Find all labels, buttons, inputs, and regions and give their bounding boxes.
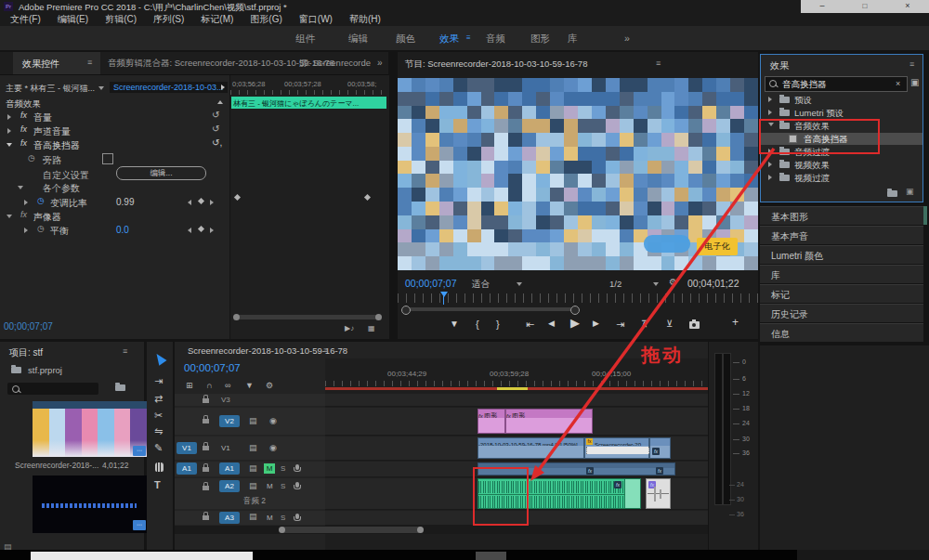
workspace-overflow-chevron[interactable]: » <box>624 33 630 44</box>
effects-tree-folder-预设[interactable]: 预设 <box>761 94 922 106</box>
add-marker-button[interactable]: ▼ <box>450 319 459 329</box>
solo-button[interactable]: S <box>281 482 285 490</box>
track-v2-button[interactable]: V2 <box>219 415 240 427</box>
scrollbar-handle-right-circle[interactable] <box>417 527 424 533</box>
graphic-clip-2[interactable]: fx 图形 <box>505 409 593 434</box>
track-a3-button[interactable]: A3 <box>219 512 240 524</box>
video-clip-1[interactable]: -2018-10-03-10-59-16-78.mp4 [V] [50%] <box>478 437 584 459</box>
tab-effect-controls[interactable]: 效果控件 ≡ <box>13 52 100 74</box>
mini-scrollbar-handle-left[interactable] <box>233 314 240 320</box>
step-back-button[interactable]: ◀ <box>548 319 555 328</box>
snap-toggle-icon[interactable]: ∩ <box>206 381 212 390</box>
track-a2-button[interactable]: A2 <box>219 480 240 492</box>
chevron-right-icon[interactable] <box>768 162 772 167</box>
track-a1-button[interactable]: A1 <box>219 462 240 475</box>
volume-reset-icon[interactable]: ↺ <box>212 110 219 120</box>
panel-header-历史记录[interactable]: 历史记录 <box>760 304 923 322</box>
scrollbar-handle[interactable] <box>281 527 423 533</box>
prev-keyframe-icon[interactable] <box>188 200 191 205</box>
keyframe-icon-right[interactable] <box>364 194 371 201</box>
workspace-tab-menu-icon[interactable]: ≡ <box>466 33 471 42</box>
project-tab-label[interactable]: 项目: stf <box>9 346 43 359</box>
ripple-edit-tool[interactable]: ⇄ <box>154 393 163 405</box>
lock-icon[interactable] <box>203 515 209 520</box>
zoom-bar[interactable] <box>406 307 573 311</box>
balance-value[interactable]: 0.0 <box>116 225 129 235</box>
timeline-timecode[interactable]: 00;00;07;07 <box>184 362 241 373</box>
project-item-thumbnail[interactable] <box>33 401 147 457</box>
delete-bin-icon[interactable]: ▣ <box>906 187 914 196</box>
bypass-checkbox[interactable] <box>102 153 113 164</box>
mute-button[interactable]: M <box>267 482 273 490</box>
panel-menu-icon[interactable]: ≡ <box>87 58 92 67</box>
project-item2-thumbnail[interactable]: ⋯ <box>33 475 147 533</box>
lift-button[interactable]: ⊼ <box>641 319 648 329</box>
lock-icon[interactable] <box>203 486 209 490</box>
taskbar-button[interactable] <box>476 552 506 560</box>
clip-selected-segment[interactable] <box>586 447 649 454</box>
balance-expand-icon[interactable] <box>24 228 28 233</box>
program-zoom-scrollbar[interactable] <box>401 306 578 313</box>
play-audio-only-icon[interactable]: ▶♪ <box>345 324 354 332</box>
voiceover-mic-icon[interactable] <box>295 464 299 470</box>
program-timecode[interactable]: 00;00;07;07 <box>405 278 456 289</box>
panel-menu-icon[interactable]: ≡ <box>323 345 328 355</box>
chevron-right-icon[interactable] <box>768 175 772 180</box>
ratio-expand-icon[interactable] <box>24 200 28 205</box>
track-output-icon[interactable]: ▤ <box>249 416 257 425</box>
channel-volume-reset-icon[interactable]: ↺ <box>212 124 219 134</box>
mark-in-button[interactable]: { <box>476 319 479 330</box>
project-file-name[interactable]: stf.prproj <box>28 365 62 375</box>
panel-header-基本声音[interactable]: 基本声音 <box>760 226 923 244</box>
track-a2-name[interactable]: 音频 2 <box>243 496 266 507</box>
edit-button[interactable]: 编辑... <box>116 166 206 180</box>
panel-header-库[interactable]: 库 <box>760 265 923 283</box>
track-eye-icon[interactable]: ◉ <box>269 443 277 452</box>
mark-out-button[interactable]: } <box>496 319 500 330</box>
new-custom-bin-icon[interactable]: ▣ <box>910 77 919 87</box>
track-v3-content[interactable] <box>325 394 708 407</box>
lock-icon[interactable] <box>203 398 209 403</box>
project-bin-icon[interactable] <box>115 384 125 391</box>
effects-search-box[interactable]: 音高换挡器 × <box>765 76 908 92</box>
panel-menu-icon[interactable]: ≡ <box>123 346 127 356</box>
track-output-icon[interactable]: ▤ <box>249 463 257 473</box>
workspace-tab-库[interactable]: 库 <box>568 33 578 46</box>
extract-button[interactable]: ⊻ <box>666 319 673 329</box>
program-tab-label[interactable]: 节目: Screenrecorder-2018-10-03-10-59-16-7… <box>405 59 587 71</box>
track-output-icon[interactable]: ▤ <box>249 443 257 452</box>
panel-menu-icon[interactable]: ≡ <box>909 59 914 69</box>
pitch-shifter-collapse-icon[interactable] <box>7 143 12 147</box>
workspace-tab-编辑[interactable]: 编辑 <box>348 33 368 46</box>
linked-clip-name[interactable]: Screenrecorder-2018-10-03... <box>110 82 228 93</box>
menu-item[interactable]: 帮助(H) <box>341 13 389 26</box>
restore-button[interactable]: □ <box>844 0 886 13</box>
clear-search-icon[interactable]: × <box>896 79 900 88</box>
timeline-settings-icon[interactable]: ⚙ <box>266 381 273 390</box>
menu-item[interactable]: 窗口(W) <box>291 13 341 26</box>
mute-button[interactable]: M <box>264 463 275 474</box>
workspace-tab-效果[interactable]: 效果 <box>439 33 459 46</box>
nest-toggle-icon[interactable]: ⊞ <box>186 381 193 390</box>
workspace-tab-图形[interactable]: 图形 <box>530 33 550 46</box>
fit-mode-select[interactable]: 适合 <box>472 279 490 291</box>
effects-tree-folder-视频效果[interactable]: 视频效果 <box>761 159 922 171</box>
track-v1-content[interactable]: -2018-10-03-10-59-16-78.mp4 [V] [50%] fx… <box>325 436 708 461</box>
video-clip-2[interactable]: fx Screenrecorder-20 <box>584 437 649 459</box>
workspace-tab-音频[interactable]: 音频 <box>486 33 505 46</box>
timeline-scrollbar[interactable] <box>175 526 708 534</box>
menu-item[interactable]: 剪辑(C) <box>97 13 145 26</box>
voiceover-mic-icon[interactable] <box>295 514 299 519</box>
stack-scrollbar[interactable] <box>923 206 927 225</box>
mini-scrollbar-handle-right[interactable] <box>375 314 382 320</box>
menu-item[interactable]: 文件(F) <box>2 13 49 26</box>
mute-button[interactable]: M <box>267 514 273 522</box>
export-frame-button[interactable] <box>689 321 700 329</box>
panel-header-标记[interactable]: 标记 <box>760 284 923 303</box>
selection-tool[interactable] <box>152 351 166 366</box>
taskbar-window-preview[interactable] <box>31 552 253 560</box>
pitch-shifter-reset-icon[interactable]: ↺, <box>212 137 222 148</box>
stopwatch-icon[interactable]: ◷ <box>28 153 35 163</box>
tab-overflow-chevron[interactable]: » <box>377 58 383 68</box>
keyframe-icon-left[interactable] <box>234 194 241 201</box>
